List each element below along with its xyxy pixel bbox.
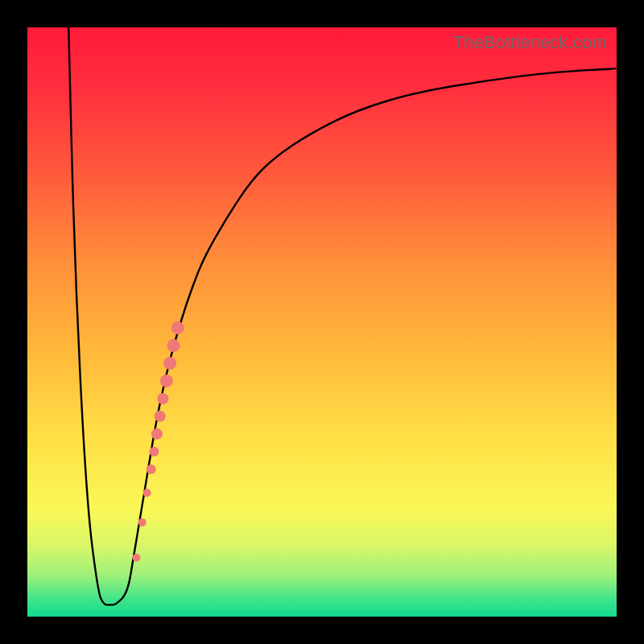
data-marker [151,428,163,440]
data-marker [155,411,166,422]
bottleneck-curve [68,27,617,605]
data-marker [138,518,147,526]
data-marker [147,464,156,474]
chart-frame: TheBottleneck.com [0,0,644,644]
data-marker [167,339,180,352]
data-marker [160,374,173,387]
data-marker [157,393,168,404]
curve-layer [27,27,617,617]
marker-cluster [132,321,184,562]
data-marker [143,489,151,497]
data-marker [132,554,140,562]
data-marker [171,321,184,334]
data-marker [149,447,159,456]
plot-area: TheBottleneck.com [27,27,617,617]
data-marker [163,357,176,369]
